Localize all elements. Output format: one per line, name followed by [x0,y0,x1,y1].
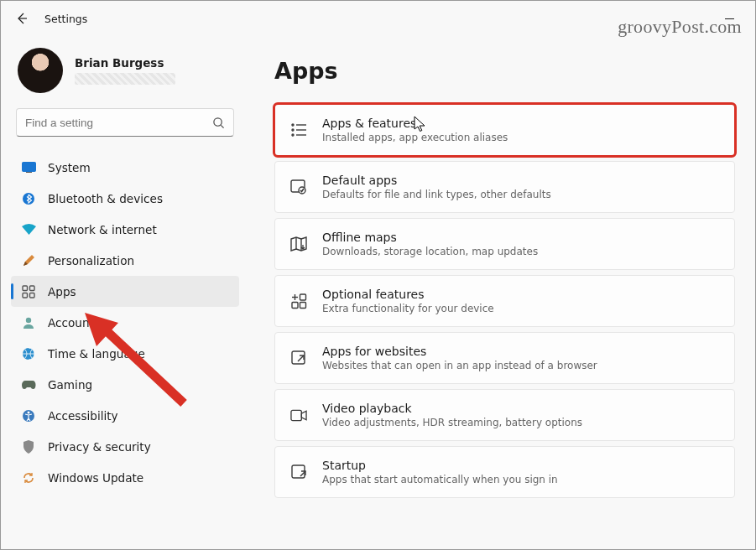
card-title: Default apps [322,174,719,187]
card-title: Apps & features [322,117,719,130]
nav-item-apps[interactable]: Apps [11,276,239,307]
user-email-redacted [75,73,175,85]
nav-item-network[interactable]: Network & internet [11,214,239,245]
website-app-icon [290,350,307,366]
back-arrow-icon [15,12,29,25]
user-name: Brian Burgess [75,56,236,70]
map-icon [290,236,307,252]
nav-item-bluetooth[interactable]: Bluetooth & devices [11,183,239,214]
card-startup[interactable]: Startup Apps that start automatically wh… [274,446,735,498]
defaults-icon [290,179,307,195]
nav-label: Apps [48,285,76,298]
apps-icon [21,284,36,299]
card-subtitle: Downloads, storage location, map updates [322,246,719,257]
window-title: Settings [44,13,87,25]
gamepad-icon [21,377,36,392]
card-optional-features[interactable]: Optional features Extra functionality fo… [274,275,735,327]
card-subtitle: Apps that start automatically when you s… [322,474,719,485]
accessibility-icon [21,408,36,423]
svg-point-14 [292,124,294,126]
person-icon [21,315,36,330]
svg-point-13 [28,411,30,413]
svg-rect-6 [23,286,28,291]
window-controls [710,6,748,31]
card-title: Optional features [322,288,719,301]
nav-label: Bluetooth & devices [48,192,163,205]
card-default-apps[interactable]: Default apps Defaults for file and link … [274,161,735,213]
page-title: Apps [274,58,735,84]
card-video-playback[interactable]: Video playback Video adjustments, HDR st… [274,389,735,441]
nav-label: Personalization [48,254,134,267]
update-icon [21,470,36,485]
svg-rect-9 [30,293,35,298]
sidebar: Brian Burgess System Bluetooth & devices… [1,36,246,549]
video-icon [290,407,307,423]
nav-item-update[interactable]: Windows Update [11,462,239,493]
svg-rect-22 [292,302,298,308]
bluetooth-icon [21,191,36,206]
brush-icon [21,253,36,268]
svg-rect-28 [291,410,301,420]
svg-rect-23 [300,302,305,308]
titlebar: Settings [1,1,755,36]
nav-label: Accounts [48,316,100,329]
list-icon [290,122,307,138]
card-apps-for-websites[interactable]: Apps for websites Websites that can open… [274,332,735,384]
minimize-icon [725,14,734,23]
svg-rect-4 [26,172,32,173]
svg-point-15 [292,129,294,131]
startup-icon [290,464,307,480]
card-subtitle: Extra functionality for your device [322,303,719,314]
card-subtitle: Defaults for file and link types, other … [322,189,719,200]
svg-point-16 [292,134,294,136]
card-subtitle: Video adjustments, HDR streaming, batter… [322,417,719,428]
nav-item-accounts[interactable]: Accounts [11,307,239,338]
minimize-button[interactable] [710,6,748,31]
card-subtitle: Installed apps, app execution aliases [322,132,719,143]
svg-line-2 [221,125,223,127]
nav-label: Accessibility [48,409,118,423]
nav-item-time[interactable]: Time & language [11,338,239,369]
nav-item-privacy[interactable]: Privacy & security [11,431,239,462]
clock-globe-icon [21,346,36,361]
card-title: Startup [322,459,719,472]
svg-rect-7 [30,286,35,291]
svg-rect-24 [300,294,305,300]
svg-point-10 [26,317,31,322]
card-title: Video playback [322,402,719,415]
svg-rect-27 [292,351,305,364]
svg-rect-3 [22,163,35,172]
svg-rect-8 [23,293,28,298]
search-icon [212,117,225,129]
user-block[interactable]: Brian Burgess [9,41,241,108]
nav-item-gaming[interactable]: Gaming [11,369,239,400]
nav-label: Network & internet [48,223,157,236]
nav-list: System Bluetooth & devices Network & int… [9,152,241,493]
card-apps-features[interactable]: Apps & features Installed apps, app exec… [274,104,735,156]
card-offline-maps[interactable]: Offline maps Downloads, storage location… [274,218,735,270]
main-panel: Apps Apps & features Installed apps, app… [246,36,755,549]
wifi-icon [21,222,36,237]
svg-point-1 [214,117,222,125]
search-input[interactable] [25,117,212,129]
back-button[interactable] [8,4,36,33]
shield-icon [21,439,36,454]
nav-label: Windows Update [48,471,143,485]
nav-label: Privacy & security [48,440,151,454]
card-subtitle: Websites that can open in an app instead… [322,360,719,371]
nav-label: Gaming [48,378,92,392]
nav-item-accessibility[interactable]: Accessibility [11,400,239,431]
nav-item-personalization[interactable]: Personalization [11,245,239,276]
nav-label: System [48,161,91,174]
add-apps-icon [290,293,307,309]
search-box[interactable] [16,108,234,137]
card-title: Offline maps [322,231,719,244]
system-icon [21,160,36,175]
nav-item-system[interactable]: System [11,152,239,183]
card-title: Apps for websites [322,345,719,358]
avatar [18,48,63,93]
nav-label: Time & language [48,347,145,361]
